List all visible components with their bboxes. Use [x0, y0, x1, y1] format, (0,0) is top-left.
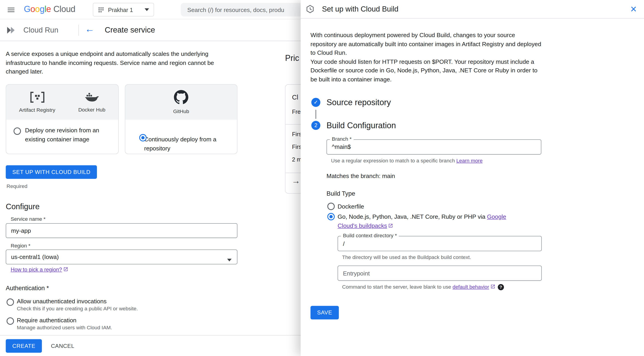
default-behavior-link-text: default behavior [452, 284, 489, 290]
how-to-pick-region-link[interactable]: How to pick a region? [10, 266, 68, 272]
build-context-field: Build context directory * [338, 236, 542, 251]
artifact-registry-option: Artifact Registry [19, 91, 55, 113]
project-name: Prakhar 1 [108, 6, 133, 13]
github-icon [174, 90, 188, 106]
branch-field: Branch * [326, 139, 542, 154]
google-cloud-logo[interactable]: Google Cloud [24, 4, 75, 14]
deploy-existing-image-card: Artifact Registry Docker Hub Deploy one … [6, 84, 119, 154]
github-option: GitHub [173, 90, 189, 114]
deploy-existing-label[interactable]: Deploy one revision from an existing con… [25, 126, 112, 144]
artifact-registry-icon [30, 91, 44, 105]
continuous-deploy-choice: Continuously deploy from a repository [125, 120, 237, 153]
artifact-registry-label: Artifact Registry [19, 107, 55, 113]
region-caret-icon [227, 256, 232, 263]
back-arrow-icon[interactable]: ← [85, 24, 94, 35]
cloud-run-icon [6, 26, 16, 35]
service-name-field [6, 223, 237, 238]
build-type-label: Build Type [326, 190, 644, 197]
docker-hub-label: Docker Hub [78, 107, 105, 113]
radio-buildpacks[interactable] [328, 213, 335, 220]
region-link-text: How to pick a region? [10, 266, 62, 272]
step-source-repository[interactable]: ✓ Source repository [310, 96, 644, 108]
step2-title: Build Configuration [326, 119, 396, 131]
region-help-link-row: How to pick a region? [10, 266, 68, 272]
cancel-button[interactable]: CANCEL [51, 339, 74, 353]
continuous-deploy-card: GitHub Continuously deploy from a reposi… [125, 84, 238, 154]
region-value: us-central1 (Iowa) [11, 253, 59, 260]
close-icon[interactable]: × [630, 4, 637, 14]
require-authentication-label[interactable]: Require authentication [17, 317, 196, 323]
step1-title: Source repository [326, 96, 391, 108]
learn-more-link[interactable]: Learn more [456, 158, 482, 163]
buildpacks-option-text: Go, Node.js, Python, Java, .NET Core, Ru… [338, 213, 487, 220]
branch-helper: Use a regular expression to match to a s… [331, 157, 644, 164]
divider [78, 25, 79, 36]
radio-continuous-deploy[interactable] [139, 134, 147, 142]
auth-option-unauthenticated: Allow unauthenticated invocations Check … [6, 298, 196, 312]
external-link-icon [388, 223, 393, 228]
google-logo-wordmark: Google [24, 4, 51, 14]
project-icon [98, 6, 104, 13]
matches-branch-text: Matches the branch: main [326, 173, 644, 179]
pricing-row-4: Firs [292, 143, 302, 150]
build-context-input[interactable] [338, 236, 542, 251]
docker-hub-option: Docker Hub [78, 92, 105, 113]
service-name-label: Service name * [10, 216, 46, 222]
project-selector[interactable]: Prakhar 1 [93, 3, 154, 17]
external-link-icon [490, 284, 495, 289]
panel-title: Set up with Cloud Build [322, 5, 398, 13]
help-icon[interactable]: ? [498, 284, 504, 290]
setup-cloud-build-button[interactable]: SET UP WITH CLOUD BUILD [6, 165, 97, 179]
external-link-icon [63, 267, 68, 272]
menu-icon[interactable] [6, 5, 16, 15]
continuous-deploy-label[interactable]: Continuously deploy from a repository [144, 135, 231, 153]
cloud-build-panel: Set up with Cloud Build × With continuou… [300, 0, 644, 356]
pricing-row-2: Fre [292, 109, 300, 115]
radio-dockerfile[interactable] [328, 202, 335, 210]
radio-deploy-existing[interactable] [14, 127, 21, 135]
build-type-buildpacks-option: Go, Node.js, Python, Java, .NET Core, Ru… [328, 213, 512, 230]
cloud-wordmark: Cloud [53, 4, 75, 14]
dockerfile-label[interactable]: Dockerfile [338, 203, 364, 209]
branch-input[interactable] [327, 140, 541, 154]
panel-header: Set up with Cloud Build × [300, 0, 644, 19]
require-authentication-description: Manage authorized users with Cloud IAM. [17, 325, 196, 330]
allow-unauthenticated-description: Check this if you are creating a public … [17, 306, 196, 311]
step-connector [316, 110, 316, 119]
entrypoint-field [338, 265, 542, 281]
panel-intro-1: With continuous deployment powered by Cl… [310, 31, 541, 58]
page-title: Create service [104, 26, 155, 35]
pricing-forward-arrow-icon[interactable]: → [292, 176, 300, 186]
build-type-dockerfile-option: Dockerfile [328, 202, 512, 211]
branch-helper-text: Use a regular expression to match to a s… [331, 158, 456, 163]
pricing-row-3: Firs [292, 131, 302, 137]
create-button[interactable]: CREATE [6, 339, 42, 353]
docker-hub-icon [84, 92, 99, 104]
default-behavior-link[interactable]: default behavior [452, 284, 495, 290]
cloud-build-icon [306, 5, 314, 14]
required-label: Required [6, 183, 27, 189]
registry-icons-area: Artifact Registry Docker Hub [6, 85, 118, 119]
radio-require-authentication[interactable] [6, 317, 14, 325]
step-build-configuration: 2 Build Configuration [310, 119, 644, 131]
pricing-row-5: 2 m [292, 156, 302, 163]
allow-unauthenticated-label[interactable]: Allow unauthenticated invocations [17, 298, 196, 305]
authentication-heading: Authentication * [6, 284, 49, 291]
step2-number-badge: 2 [312, 121, 320, 130]
chevron-down-icon [144, 8, 149, 11]
region-select[interactable]: us-central1 (Iowa) [6, 249, 237, 264]
service-description: A service exposes a unique endpoint and … [6, 50, 238, 76]
radio-allow-unauthenticated[interactable] [6, 298, 14, 306]
entrypoint-helper-text: Command to start the server, leave blank… [342, 284, 451, 290]
pricing-heading: Pric [285, 53, 299, 63]
panel-intro-2: Your code should listen for HTTP request… [310, 58, 541, 84]
pricing-row-1: Cl [292, 94, 298, 101]
deploy-existing-image-choice: Deploy one revision from an existing con… [6, 120, 118, 144]
entrypoint-input[interactable] [338, 266, 542, 280]
screen: Google Cloud Prakhar 1 Cloud Run ← [0, 0, 644, 356]
save-button[interactable]: SAVE [310, 306, 339, 319]
repo-icons-area: GitHub [125, 85, 237, 119]
service-name-input[interactable] [6, 224, 237, 238]
github-label: GitHub [173, 109, 189, 114]
product-name[interactable]: Cloud Run [24, 26, 58, 35]
